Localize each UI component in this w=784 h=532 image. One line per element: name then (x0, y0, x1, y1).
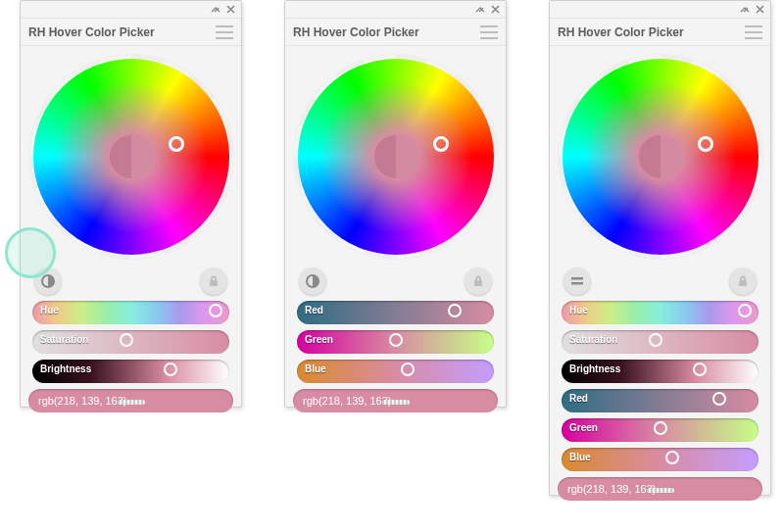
slider-label: Brightness (40, 363, 91, 374)
resize-grip[interactable] (382, 400, 410, 405)
lock-button[interactable] (729, 267, 757, 295)
equals-icon (569, 275, 585, 287)
slider-knob[interactable] (389, 333, 403, 347)
wheel-picker-handle[interactable] (433, 136, 449, 152)
contrast-icon (305, 273, 320, 289)
slider-knob[interactable] (448, 304, 462, 317)
svg-rect-1 (210, 280, 218, 286)
slider-red[interactable]: Red (297, 301, 494, 324)
slider-hue[interactable]: Hue (562, 301, 759, 324)
svg-rect-3 (474, 280, 482, 286)
current-color-swatch (374, 135, 417, 178)
lock-button[interactable] (200, 267, 227, 295)
titlebar (550, 1, 770, 19)
slider-label: Blue (305, 363, 326, 374)
slider-label: Saturation (40, 334, 88, 345)
close-button[interactable] (223, 2, 238, 17)
slider-label: Blue (569, 452, 591, 462)
slider-knob[interactable] (712, 392, 726, 406)
current-color-swatch (110, 135, 153, 178)
lock-icon (471, 274, 485, 288)
color-wheel[interactable] (293, 54, 499, 260)
wheel-picker-handle[interactable] (169, 136, 184, 152)
collapse-button[interactable] (208, 2, 222, 17)
slider-label: Green (305, 334, 333, 345)
lock-icon (207, 274, 220, 288)
lock-icon (736, 274, 750, 288)
slider-knob[interactable] (120, 333, 133, 347)
contrast-icon (40, 273, 56, 289)
wheel-picker-handle[interactable] (698, 136, 713, 152)
mode-toggle-button[interactable] (564, 267, 591, 295)
panel-title: RH Hover Color Picker (558, 25, 684, 39)
svg-rect-4 (571, 277, 583, 280)
panel-hsv: RH Hover Color Picker Hue Saturation Bri… (20, 0, 242, 408)
slider-label: Red (305, 305, 323, 315)
slider-knob[interactable] (654, 421, 667, 435)
slider-knob[interactable] (738, 304, 752, 317)
slider-label: Saturation (569, 334, 617, 345)
slider-knob[interactable] (649, 333, 662, 347)
color-wheel[interactable] (558, 54, 763, 260)
mode-toggle-button[interactable] (299, 267, 326, 295)
color-wheel[interactable] (28, 54, 234, 260)
slider-red[interactable]: Red (562, 389, 759, 412)
slider-label: Brightness (569, 363, 620, 374)
menu-button[interactable] (216, 25, 233, 39)
menu-button[interactable] (745, 25, 762, 39)
panel-header: RH Hover Color Picker (285, 19, 506, 46)
menu-button[interactable] (480, 25, 498, 39)
slider-label: Hue (569, 305, 588, 315)
panel-body: Hue Saturation Brightness rgb(218, 139, … (21, 46, 241, 424)
slider-green[interactable]: Green (562, 418, 759, 442)
current-color-swatch (639, 135, 682, 178)
slider-brightness[interactable]: Brightness (562, 360, 759, 383)
slider-knob[interactable] (401, 363, 415, 376)
titlebar (285, 1, 506, 19)
collapse-button[interactable] (737, 2, 752, 17)
slider-label: Green (569, 422, 598, 433)
slider-knob[interactable] (665, 451, 679, 464)
svg-rect-5 (571, 282, 583, 285)
slider-brightness[interactable]: Brightness (32, 360, 229, 383)
panel-body: Hue Saturation Brightness Red Green Blue… (550, 46, 770, 512)
panel-rgb: RH Hover Color Picker Red Green Blue rgb… (284, 0, 507, 408)
slider-blue[interactable]: Blue (562, 448, 759, 471)
collapse-button[interactable] (472, 2, 487, 17)
panel-title: RH Hover Color Picker (293, 25, 419, 39)
close-button[interactable] (488, 2, 503, 17)
panel-header: RH Hover Color Picker (21, 19, 241, 46)
mode-toggle-button[interactable] (34, 267, 62, 295)
panel-title: RH Hover Color Picker (28, 25, 155, 39)
svg-rect-6 (739, 280, 747, 286)
lock-button[interactable] (465, 267, 492, 295)
panel-header: RH Hover Color Picker (550, 19, 770, 46)
slider-hue[interactable]: Hue (32, 301, 229, 324)
slider-green[interactable]: Green (297, 330, 494, 354)
slider-saturation[interactable]: Saturation (32, 330, 229, 354)
titlebar (21, 1, 241, 19)
close-button[interactable] (753, 2, 767, 17)
resize-grip[interactable] (118, 400, 145, 405)
slider-blue[interactable]: Blue (297, 360, 494, 383)
slider-label: Hue (40, 305, 59, 315)
slider-knob[interactable] (164, 363, 177, 376)
slider-saturation[interactable]: Saturation (562, 330, 759, 354)
slider-knob[interactable] (209, 304, 222, 317)
slider-label: Red (569, 393, 588, 404)
workspace: RH Hover Color Picker Hue Saturation Bri… (0, 0, 784, 532)
panel-body: Red Green Blue rgb(218, 139, 163) (285, 46, 506, 424)
panel-hsv-rgb: RH Hover Color Picker Hue Saturation Bri… (549, 0, 771, 496)
resize-grip[interactable] (647, 488, 674, 493)
slider-knob[interactable] (693, 363, 707, 376)
